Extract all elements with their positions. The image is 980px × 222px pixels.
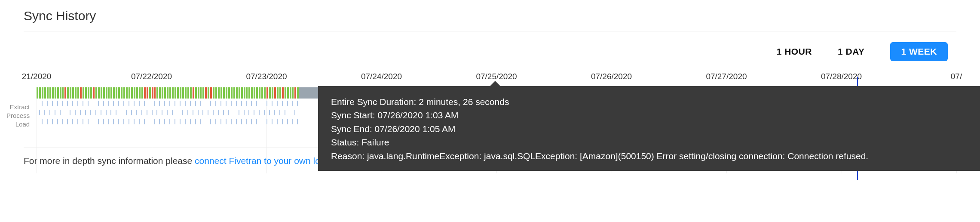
sync-tick[interactable] [277, 87, 279, 99]
sync-tick[interactable] [236, 87, 238, 99]
sync-tick[interactable] [215, 87, 217, 99]
sync-tick[interactable] [116, 87, 117, 99]
sync-tick[interactable] [110, 87, 112, 99]
sync-tick[interactable] [55, 87, 56, 99]
sync-tick[interactable] [141, 87, 143, 99]
sync-tick[interactable] [147, 87, 148, 99]
sync-tick[interactable] [95, 87, 97, 99]
sync-tick[interactable] [62, 87, 64, 99]
sync-tick[interactable] [208, 87, 209, 99]
sync-tick[interactable] [77, 87, 79, 99]
sync-tick[interactable] [152, 87, 153, 99]
sync-tick[interactable] [205, 87, 207, 99]
sync-tick[interactable] [134, 87, 135, 99]
sync-tick[interactable] [254, 87, 255, 99]
range-1day-button[interactable]: 1 DAY [838, 46, 864, 57]
sync-tick[interactable] [246, 87, 248, 99]
sync-tick[interactable] [180, 87, 181, 99]
sync-tick[interactable] [164, 87, 166, 99]
sync-tick[interactable] [88, 87, 89, 99]
sync-tick[interactable] [156, 87, 158, 99]
sync-tick[interactable] [202, 87, 204, 99]
sync-tick[interactable] [244, 87, 245, 99]
sync-tick[interactable] [129, 87, 130, 99]
sync-tick[interactable] [90, 87, 92, 99]
sync-tick[interactable] [220, 87, 222, 99]
sync-tick[interactable] [177, 87, 179, 99]
sync-tick[interactable] [285, 87, 286, 99]
sync-tick[interactable] [198, 87, 199, 99]
sync-tick[interactable] [256, 87, 258, 99]
sync-tick[interactable] [47, 87, 49, 99]
sync-tick[interactable] [226, 87, 227, 99]
sync-tick[interactable] [290, 87, 291, 99]
sync-tick[interactable] [106, 87, 107, 99]
sync-tick[interactable] [279, 87, 281, 99]
sync-tick[interactable] [251, 87, 253, 99]
sync-tick[interactable] [37, 87, 38, 99]
sync-tick[interactable] [274, 87, 276, 99]
range-1week-button[interactable]: 1 WEEK [890, 42, 948, 61]
sync-tick[interactable] [67, 87, 69, 99]
sync-tick[interactable] [103, 87, 105, 99]
sync-tick[interactable] [287, 87, 289, 99]
sync-tick[interactable] [241, 87, 243, 99]
sync-tick[interactable] [259, 87, 260, 99]
sync-tick[interactable] [185, 87, 187, 99]
sync-tick[interactable] [126, 87, 128, 99]
sync-tick[interactable] [193, 87, 194, 99]
sync-tick[interactable] [239, 87, 240, 99]
sync-tick[interactable] [118, 87, 120, 99]
sync-tick[interactable] [113, 87, 115, 99]
sync-tick[interactable] [149, 87, 151, 99]
sync-tick[interactable] [261, 87, 263, 99]
sync-tick[interactable] [182, 87, 184, 99]
sync-tick[interactable] [80, 87, 82, 99]
sync-tick[interactable] [200, 87, 202, 99]
sync-tick[interactable] [282, 87, 284, 99]
sync-tick[interactable] [264, 87, 266, 99]
sync-tick[interactable] [292, 87, 294, 99]
sync-tick[interactable] [169, 87, 171, 99]
sync-tick[interactable] [85, 87, 87, 99]
sync-tick[interactable] [187, 87, 189, 99]
sync-tick[interactable] [136, 87, 138, 99]
sync-tick[interactable] [75, 87, 77, 99]
sync-tick[interactable] [57, 87, 59, 99]
sync-tick[interactable] [190, 87, 192, 99]
sync-tick[interactable] [139, 87, 141, 99]
sync-tick[interactable] [44, 87, 46, 99]
sync-tick[interactable] [42, 87, 43, 99]
sync-tick[interactable] [172, 87, 174, 99]
sync-tick[interactable] [101, 87, 102, 99]
range-1hour-button[interactable]: 1 HOUR [777, 46, 812, 57]
sync-tick[interactable] [266, 87, 268, 99]
sync-tick[interactable] [218, 87, 220, 99]
sync-tick[interactable] [93, 87, 95, 99]
sync-tick[interactable] [210, 87, 212, 99]
sync-tick[interactable] [223, 87, 225, 99]
sync-tick[interactable] [248, 87, 250, 99]
sync-tick[interactable] [83, 87, 84, 99]
sync-tick[interactable] [64, 87, 66, 99]
sync-tick[interactable] [233, 87, 235, 99]
sync-tick[interactable] [269, 87, 271, 99]
sync-tick[interactable] [121, 87, 122, 99]
sync-tick[interactable] [175, 87, 176, 99]
sync-tick[interactable] [60, 87, 61, 99]
sync-tick[interactable] [70, 87, 71, 99]
sync-tick[interactable] [52, 87, 54, 99]
sync-tick[interactable] [272, 87, 273, 99]
sync-tick[interactable] [297, 87, 299, 99]
sync-tick[interactable] [72, 87, 74, 99]
sync-tick[interactable] [98, 87, 100, 99]
sync-tick[interactable] [144, 87, 146, 99]
sync-tick[interactable] [213, 87, 214, 99]
sync-tick[interactable] [39, 87, 41, 99]
sync-tick[interactable] [108, 87, 110, 99]
sync-tick[interactable] [195, 87, 197, 99]
sync-tick[interactable] [228, 87, 230, 99]
sync-tick[interactable] [167, 87, 168, 99]
sync-tick[interactable] [294, 87, 296, 99]
sync-tick[interactable] [162, 87, 163, 99]
